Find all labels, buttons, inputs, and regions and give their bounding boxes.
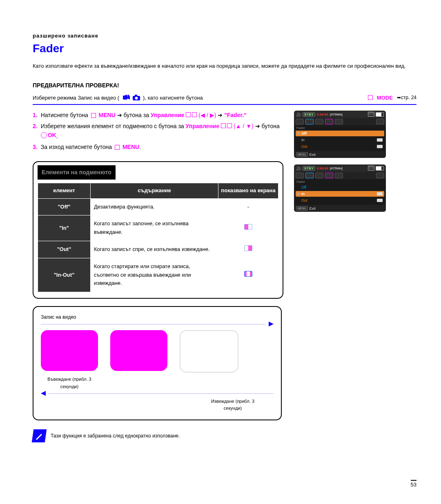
list-item[interactable]: Out <box>296 144 384 149</box>
screen-list: Off In Out <box>294 131 386 151</box>
mode-pageref: ➥стр. 24 <box>397 95 416 100</box>
mode-button-icon <box>368 95 373 100</box>
radio-icon <box>297 132 300 135</box>
radio-icon <box>297 193 300 195</box>
mode-text-2: ), като натиснете бутона <box>143 95 203 101</box>
step-2-ok: OK <box>48 131 56 140</box>
th-display: показвано на екрана <box>218 183 278 198</box>
list-item-label: Out <box>301 144 307 149</box>
step-3-pre: За изход натиснете бутона <box>41 144 112 150</box>
step-2: 2. Изберете желания елемент от подменюто… <box>33 122 282 141</box>
row-off-desc: Дезактивира функцията. <box>91 198 218 215</box>
step-1-num: 1. <box>33 111 38 120</box>
step-2-dirs: (▲ / ▼) <box>234 123 254 129</box>
page-subtitle: Като използвате ефекти за въвеждане/изве… <box>33 62 416 70</box>
step-1: 1. Натиснете бутона MENU ➔ бутона за Упр… <box>33 111 282 120</box>
list-item-label: Off <box>301 131 307 135</box>
submenu-box: Елементи на подменюто елемент съдържание… <box>33 161 283 299</box>
list-item[interactable]: Out <box>296 198 384 203</box>
step-1-menu: MENU <box>99 112 116 118</box>
sd-icon <box>368 166 374 171</box>
dash-icon: - <box>247 204 249 210</box>
arrow-right <box>41 321 274 327</box>
video-icon <box>122 94 131 101</box>
menu-button-icon-2 <box>115 145 120 150</box>
row-out-desc: Когато записът спре, се изпълнява извежд… <box>91 241 218 258</box>
list-item[interactable]: Off <box>296 184 384 190</box>
note-row: Тази функция е забранена след еднократно… <box>33 429 416 442</box>
stby-badge: STBY <box>303 112 315 117</box>
step-2-num: 2. <box>33 122 38 141</box>
tab-icon-3 <box>315 173 323 178</box>
row-in-desc: Когато записът започне, се изпълнява във… <box>91 215 218 241</box>
rec-time: 0:00:00 <box>317 167 328 170</box>
list-item[interactable]: Off <box>296 131 384 136</box>
arrow-left <box>41 391 274 396</box>
battery-icon <box>376 166 384 171</box>
fadeout-icon <box>244 245 252 251</box>
table-row: "In" Когато записът започне, се изпълняв… <box>38 215 278 241</box>
rec-time: 0:00:00 <box>317 113 328 116</box>
mode-icons <box>122 94 140 101</box>
submenu-title: Елементи на подменюто <box>38 165 116 179</box>
screen-header: Fader <box>294 125 386 131</box>
screen-bottom: 🎥 STBY 0:00:00 [475Min] Fader Off <box>294 164 386 212</box>
th-item: елемент <box>38 183 91 198</box>
svg-rect-0 <box>123 95 127 100</box>
screen-top: 🎥 STBY 0:00:00 [475Min] Fader Off <box>294 111 386 158</box>
screen-header: Fader <box>294 179 386 184</box>
row-in-icon-cell <box>218 215 278 241</box>
fade-captions: Въвеждане (прибл. 3 секунди) <box>41 376 274 390</box>
remain-min: [475Min] <box>330 113 343 116</box>
ud-buttons-icon <box>221 123 232 128</box>
note-text: Тази функция е забранена след еднократно… <box>51 433 180 439</box>
fade-captions-2: Извеждане (прибл. 3 секунди) <box>41 398 274 412</box>
tab-icon-3 <box>315 119 323 124</box>
list-item-label: In <box>301 192 305 196</box>
cap-in: Въвеждане (прибл. 3 секунди) <box>41 376 98 390</box>
step-1-target: "Fader." <box>224 112 247 118</box>
tab-icon-2 <box>305 119 314 124</box>
list-item[interactable]: In <box>296 137 384 143</box>
list-item[interactable]: In <box>296 191 384 197</box>
row-inout-icon-cell <box>218 258 278 292</box>
precheck-label: ПРЕДВАРИТЕЛНА ПРОВЕРКА! <box>33 82 416 89</box>
tab-icon-1 <box>296 173 304 178</box>
tab-icon-grid <box>376 119 384 124</box>
mode-text-1: Изберете режима Запис на видео ( <box>33 95 119 101</box>
fade-illustration: Запис на видео Въвеждане (прибл. 3 секун… <box>33 306 282 420</box>
step-3-post: . <box>139 144 141 150</box>
step-3-menu: MENU <box>122 144 139 150</box>
page: разширено записване Fader Като използват… <box>0 0 441 504</box>
camcorder-icon: 🎥 <box>296 112 301 117</box>
fadeinout-icon <box>244 271 252 277</box>
row-inout-desc: Когато стартирате или спирате записа, съ… <box>91 258 218 292</box>
svg-point-1 <box>127 95 129 96</box>
menu-badge[interactable]: MENU <box>296 206 308 211</box>
step-2-pre: Изберете желания елемент от подменюто с … <box>41 123 184 129</box>
tab-icon-5 <box>335 119 343 124</box>
remain-min: [475Min] <box>330 167 343 170</box>
battery-icon <box>376 112 384 117</box>
exit-label[interactable]: Exit <box>310 206 316 211</box>
submenu-table: елемент съдържание показвано на екрана "… <box>38 183 278 292</box>
steps-area: 1. Натиснете бутона MENU ➔ бутона за Упр… <box>33 111 416 420</box>
menu-button-icon <box>91 113 96 118</box>
mode-word: MODE <box>377 95 393 101</box>
svg-rect-6 <box>36 439 38 440</box>
exit-label[interactable]: Exit <box>310 153 316 157</box>
section-kicker: разширено записване <box>33 33 416 39</box>
thumb-solid-1 <box>41 330 98 371</box>
step-2-arrow: ➔ бутона <box>255 123 280 129</box>
thumbs-row <box>41 330 274 373</box>
page-title: Fader <box>33 42 416 55</box>
svg-point-2 <box>125 95 127 96</box>
tab-icon-1 <box>296 119 304 124</box>
menu-badge[interactable]: MENU <box>296 152 308 157</box>
sd-icon <box>368 112 374 117</box>
steps-col: 1. Натиснете бутона MENU ➔ бутона за Упр… <box>33 111 282 420</box>
list-item-label: In <box>301 138 305 142</box>
item-icon <box>377 192 383 195</box>
page-number: 53 <box>411 480 416 488</box>
lr-buttons-icon <box>186 112 197 117</box>
